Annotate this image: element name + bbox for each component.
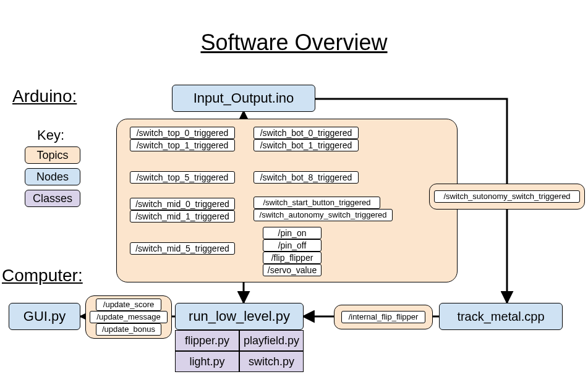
section-arduino-label: Arduino: [12, 87, 77, 106]
topic-switch-bot-8: /switch_bot_8_triggered [254, 171, 359, 184]
topic-pin-off: /pin_off [263, 239, 322, 252]
node-track-metal: track_metal.cpp [439, 303, 563, 330]
topic-servo-value: /servo_value [263, 264, 322, 276]
key-heading: Key: [37, 127, 64, 143]
node-gui: GUI.py [9, 303, 80, 330]
topic-switch-autonomy: /switch_autonomy_switch_triggered [254, 209, 393, 221]
class-flipper: flipper.py [175, 330, 239, 351]
topic-switch-top-1: /switch_top_1_triggered [130, 139, 235, 151]
node-run-low-level: run_low_level.py [175, 303, 304, 330]
topic-switch-mid-0: /switch_mid_0_triggered [130, 198, 235, 210]
legend-nodes: Nodes [25, 168, 80, 185]
legend-topics: Topics [25, 146, 80, 164]
topic-update-score: /update_score [96, 299, 161, 311]
topic-pin-on: /pin_on [263, 227, 322, 239]
topic-switch-start-button: /switch_start_button_triggered [254, 197, 380, 209]
topic-internal-flip-flipper: /internal_flip_flipper [341, 311, 425, 323]
topic-switch-mid-1: /switch_mid_1_triggered [130, 210, 235, 223]
topic-switch-bot-0: /switch_bot_0_triggered [254, 127, 359, 139]
topic-switch-top-5: /switch_top_5_triggered [130, 171, 235, 184]
class-playfield: playfield.py [239, 330, 304, 351]
topic-switch-mid-5: /switch_mid_5_triggered [130, 242, 235, 255]
legend-classes: Classes [25, 190, 80, 207]
class-switch: switch.py [239, 351, 304, 372]
topic-update-bonus: /update_bonus [96, 323, 161, 336]
topic-update-message: /update_message [90, 311, 168, 323]
topic-autonomy-switch: /switch_sutonomy_switch_triggered [434, 190, 580, 203]
node-input-output: Input_Output.ino [172, 85, 315, 112]
class-light: light.py [175, 351, 239, 372]
page-title: Software Overview [200, 30, 387, 56]
topic-switch-top-0: /switch_top_0_triggered [130, 127, 235, 139]
topic-flip-flipper: /flip_flipper [263, 252, 322, 264]
section-computer-label: Computer: [2, 266, 83, 286]
topic-switch-bot-1: /switch_bot_1_triggered [254, 139, 359, 151]
